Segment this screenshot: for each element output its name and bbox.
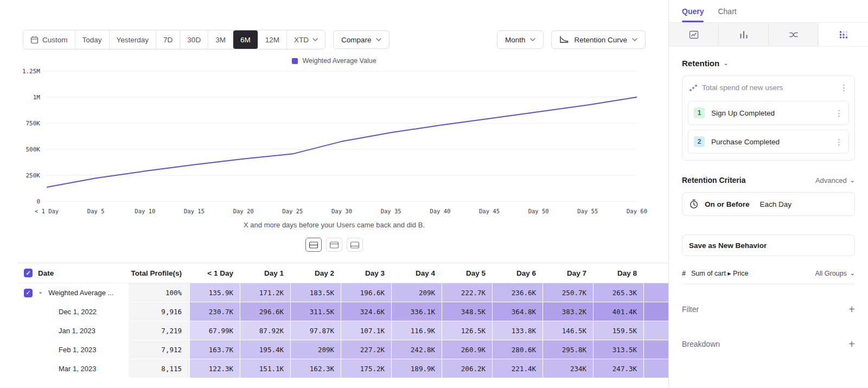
behavior-card: Total spend of new users ⋮ 1 Sign Up Com…	[682, 75, 855, 161]
date-preset-7d[interactable]: 7D	[156, 30, 180, 49]
value-cell[interactable]: 209K	[290, 340, 341, 359]
value-cell[interactable]: 236.6K	[492, 283, 542, 302]
date-preset-12m[interactable]: 12M	[258, 30, 287, 49]
value-cell[interactable]: 122.3K	[189, 359, 240, 378]
value-cell[interactable]: 189.9K	[391, 359, 442, 378]
add-breakdown-button[interactable]: +	[848, 339, 855, 349]
date-preset-6m[interactable]: 6M	[233, 30, 258, 49]
value-cell[interactable]: 171.2K	[240, 283, 290, 302]
density-compact-button[interactable]	[305, 238, 322, 252]
compare-button[interactable]: Compare	[333, 30, 390, 49]
value-cell[interactable]: 260.9K	[442, 340, 492, 359]
value-cell[interactable]: 222.7K	[442, 283, 492, 302]
value-cell[interactable]: 234K	[542, 359, 593, 378]
value-cell[interactable]: 364.8K	[492, 302, 542, 321]
density-tall-button[interactable]	[347, 238, 363, 252]
value-cell[interactable]: 313.5K	[593, 340, 643, 359]
date-preset-custom[interactable]: Custom	[23, 30, 75, 49]
profiles-cell[interactable]: 8,115	[129, 359, 189, 378]
value-cell[interactable]: 280.6K	[492, 340, 542, 359]
value-cell[interactable]: 242.8K	[391, 340, 442, 359]
value-cell[interactable]: 265.3K	[593, 283, 643, 302]
criteria-mode-dropdown[interactable]: Advanced ⌄	[815, 176, 855, 185]
value-cell[interactable]: 151.1K	[240, 359, 290, 378]
date-preset-xtd[interactable]: XTD	[287, 30, 325, 49]
profiles-cell[interactable]: 7,912	[129, 340, 189, 359]
value-cell[interactable]: 163.7K	[189, 340, 240, 359]
chart-type-retention[interactable]	[819, 23, 868, 46]
chart-type-bar[interactable]	[719, 23, 769, 46]
value-cell[interactable]: 348.5K	[442, 302, 492, 321]
row-checkbox[interactable]: ✓	[24, 289, 33, 297]
value-cell[interactable]: 87.92K	[240, 321, 290, 340]
value-cell[interactable]: 227.2K	[341, 340, 391, 359]
chart-type-flows[interactable]	[769, 23, 819, 46]
tab-chart[interactable]: Chart	[718, 0, 736, 22]
value-cell[interactable]: 221.4K	[492, 359, 542, 378]
value-cell[interactable]: 97.87K	[290, 321, 341, 340]
chevron-down-icon: ⌄	[723, 60, 728, 67]
criteria-timing-row[interactable]: On or Before Each Day	[682, 192, 855, 216]
svg-text:Day 35: Day 35	[381, 208, 401, 214]
kebab-menu-icon[interactable]: ⋮	[840, 84, 848, 92]
value-cell[interactable]: 311.5K	[290, 302, 341, 321]
svg-text:0: 0	[36, 198, 40, 205]
value-cell[interactable]: 67.99K	[189, 321, 240, 340]
value-cell[interactable]: 206.2K	[442, 359, 492, 378]
chevron-down-icon: ⌄	[850, 177, 855, 184]
profiles-cell[interactable]: 100%	[129, 283, 189, 302]
value-cell[interactable]: 336.1K	[391, 302, 442, 321]
table-row: Mar 1, 20238,115122.3K151.1K162.3K175.2K…	[17, 359, 668, 378]
value-cell[interactable]: 116.9K	[391, 321, 442, 340]
add-filter-button[interactable]: +	[848, 304, 855, 315]
row-label: Weighted Average ...	[48, 289, 113, 297]
behavior-steps-icon	[689, 84, 698, 92]
value-cell[interactable]: 175.2K	[341, 359, 391, 378]
kebab-menu-icon[interactable]: ⋮	[835, 138, 843, 146]
behavior-header[interactable]: Total spend of new users ⋮	[688, 81, 849, 96]
date-preset-30d[interactable]: 30D	[180, 30, 208, 49]
profiles-cell[interactable]: 7,219	[129, 321, 189, 340]
value-cell[interactable]: 209K	[391, 283, 442, 302]
value-cell[interactable]: 159.5K	[593, 321, 643, 340]
date-preset-3m[interactable]: 3M	[208, 30, 233, 49]
filter-section: Filter +	[682, 304, 855, 315]
value-cell[interactable]: 230.7K	[189, 302, 240, 321]
value-cell[interactable]: 135.9K	[189, 283, 240, 302]
value-cell[interactable]: 401.4K	[593, 302, 643, 321]
column-header-day: < 1 Day	[189, 263, 240, 283]
behavior-step-1[interactable]: 1 Sign Up Completed ⋮	[688, 101, 849, 125]
select-all-checkbox[interactable]: ✓	[24, 269, 33, 277]
retention-section-header[interactable]: Retention ⌄	[682, 59, 855, 68]
value-cell[interactable]: 183.5K	[290, 283, 341, 302]
date-preset-today[interactable]: Today	[75, 30, 110, 49]
groups-dropdown[interactable]: All Groups ⌄	[815, 270, 855, 277]
value-cell[interactable]: 195.4K	[240, 340, 290, 359]
value-cell[interactable]: 133.8K	[492, 321, 542, 340]
column-header-day: Day 7	[542, 263, 593, 283]
chart-type-insights[interactable]	[669, 23, 719, 46]
behavior-step-2[interactable]: 2 Purchase Completed ⋮	[688, 130, 849, 154]
value-cell[interactable]: 247.3K	[593, 359, 643, 378]
value-cell[interactable]: 296.6K	[240, 302, 290, 321]
row-label-cell: Feb 1, 2023	[17, 340, 129, 359]
save-as-new-behavior-button[interactable]: Save as New Behavior	[682, 234, 855, 256]
chart-type-button[interactable]: Retention Curve	[551, 30, 646, 49]
value-cell[interactable]: 383.2K	[542, 302, 593, 321]
tab-query[interactable]: Query	[682, 0, 704, 22]
expand-chevron-icon[interactable]: ⌄	[38, 288, 43, 295]
value-cell[interactable]: 162.3K	[290, 359, 341, 378]
granularity-button[interactable]: Month	[497, 30, 544, 49]
value-cell[interactable]: 196.6K	[341, 283, 391, 302]
date-preset-yesterday[interactable]: Yesterday	[110, 30, 157, 49]
value-cell[interactable]: 146.5K	[542, 321, 593, 340]
value-cell[interactable]: 295.8K	[542, 340, 593, 359]
value-cell[interactable]: 107.1K	[341, 321, 391, 340]
value-cell[interactable]: 250.7K	[542, 283, 593, 302]
value-cell[interactable]: 324.6K	[341, 302, 391, 321]
profiles-cell[interactable]: 9,916	[129, 302, 189, 321]
measure-row[interactable]: # Sum of cart ▸ Price All Groups ⌄	[682, 263, 855, 284]
kebab-menu-icon[interactable]: ⋮	[835, 109, 843, 117]
density-medium-button[interactable]	[326, 238, 342, 252]
value-cell[interactable]: 126.5K	[442, 321, 492, 340]
